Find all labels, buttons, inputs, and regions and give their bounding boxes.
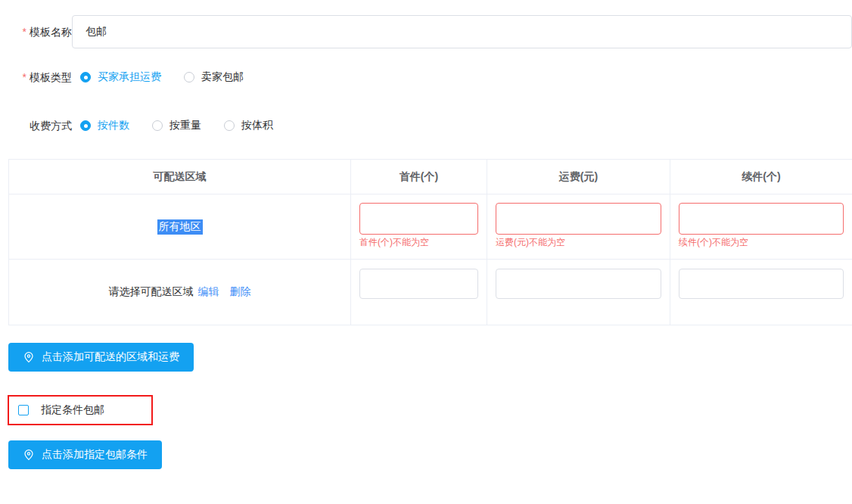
add-free-shipping-condition-label: 点击添加指定包邮条件: [42, 448, 148, 462]
template-type-row: *模板类型 买家承担运费 卖家包邮: [8, 70, 852, 85]
shipping-fee-input[interactable]: [496, 203, 661, 235]
required-asterisk: *: [23, 71, 26, 83]
delete-region-link[interactable]: 删除: [230, 285, 251, 299]
charge-method-row: 收费方式 按件数 按重量 按体积: [8, 118, 852, 133]
conditional-free-shipping-box: 指定条件包邮: [8, 395, 153, 425]
required-asterisk: *: [23, 26, 26, 38]
template-type-label: *模板类型: [8, 70, 72, 85]
shipping-fee-cell: [487, 260, 670, 325]
add-free-shipping-condition-button[interactable]: 点击添加指定包邮条件: [8, 440, 162, 469]
radio-seller-free-shipping[interactable]: 卖家包邮: [184, 70, 244, 84]
additional-piece-error: 续件(个)不能为空: [679, 237, 844, 247]
radio-unselected-icon: [152, 120, 163, 131]
header-first-piece: 首件(个): [351, 160, 487, 194]
template-name-label-text: 模板名称: [30, 26, 72, 38]
table-row: 所有地区 首件(个)不能为空 运费(元)不能为空 续件(个)不能为空: [9, 194, 852, 260]
first-piece-input[interactable]: [359, 269, 478, 299]
header-delivery-region: 可配送区域: [9, 160, 351, 194]
radio-by-volume[interactable]: 按体积: [224, 119, 273, 132]
charge-method-label-text: 收费方式: [30, 120, 72, 132]
conditional-free-shipping-checkbox[interactable]: [18, 405, 29, 415]
additional-piece-cell: [670, 260, 852, 325]
region-label-selected: 所有地区: [157, 219, 203, 235]
radio-buyer-pays-shipping[interactable]: 买家承担运费: [80, 70, 161, 84]
add-region-fee-label: 点击添加可配送的区域和运费: [42, 350, 179, 364]
charge-method-radio-group: 按件数 按重量 按体积: [80, 119, 273, 132]
radio-unselected-icon: [224, 120, 235, 131]
radio-label: 卖家包邮: [201, 70, 244, 84]
radio-by-weight[interactable]: 按重量: [152, 119, 201, 132]
radio-label: 按体积: [241, 119, 273, 132]
first-piece-input[interactable]: [359, 203, 478, 235]
add-region-fee-button[interactable]: 点击添加可配送的区域和运费: [8, 343, 194, 372]
shipping-fee-input[interactable]: [496, 269, 661, 299]
additional-piece-input[interactable]: [679, 269, 844, 299]
location-icon: [23, 449, 35, 461]
radio-label: 买家承担运费: [98, 70, 161, 84]
radio-unselected-icon: [184, 72, 194, 82]
additional-piece-cell: 续件(个)不能为空: [670, 194, 852, 260]
shipping-fee-error: 运费(元)不能为空: [496, 237, 661, 247]
region-placeholder-text: 请选择可配送区域: [109, 285, 194, 299]
radio-label: 按重量: [169, 119, 201, 132]
first-piece-cell: [351, 260, 487, 325]
table-row: 请选择可配送区域 编辑 删除: [9, 260, 852, 325]
region-cell: 所有地区: [9, 194, 351, 260]
first-piece-cell: 首件(个)不能为空: [351, 194, 487, 260]
radio-by-piece[interactable]: 按件数: [80, 119, 129, 132]
header-shipping-fee: 运费(元): [487, 160, 670, 194]
template-type-radio-group: 买家承担运费 卖家包邮: [80, 70, 244, 84]
shipping-template-form: *模板名称 *模板类型 买家承担运费 卖家包邮 收费方式 按件数 按重: [0, 15, 852, 469]
edit-region-link[interactable]: 编辑: [198, 285, 219, 299]
first-piece-error: 首件(个)不能为空: [359, 237, 478, 247]
header-additional-piece: 续件(个): [670, 160, 852, 194]
conditional-free-shipping-label: 指定条件包邮: [41, 403, 104, 417]
region-cell: 请选择可配送区域 编辑 删除: [9, 260, 351, 325]
charge-method-label: 收费方式: [8, 118, 72, 133]
template-name-input[interactable]: [72, 15, 852, 48]
location-icon: [23, 351, 35, 363]
radio-selected-icon: [80, 120, 91, 131]
shipping-fee-table: 可配送区域 首件(个) 运费(元) 续件(个) 所有地区 首件(个)不能为空 运…: [8, 159, 852, 325]
shipping-fee-cell: 运费(元)不能为空: [487, 194, 670, 260]
template-type-label-text: 模板类型: [30, 71, 72, 83]
radio-label: 按件数: [98, 119, 129, 132]
radio-selected-icon: [80, 72, 91, 82]
table-header-row: 可配送区域 首件(个) 运费(元) 续件(个): [9, 160, 852, 194]
template-name-label: *模板名称: [8, 24, 72, 39]
additional-piece-input[interactable]: [679, 203, 844, 235]
template-name-row: *模板名称: [8, 15, 852, 48]
